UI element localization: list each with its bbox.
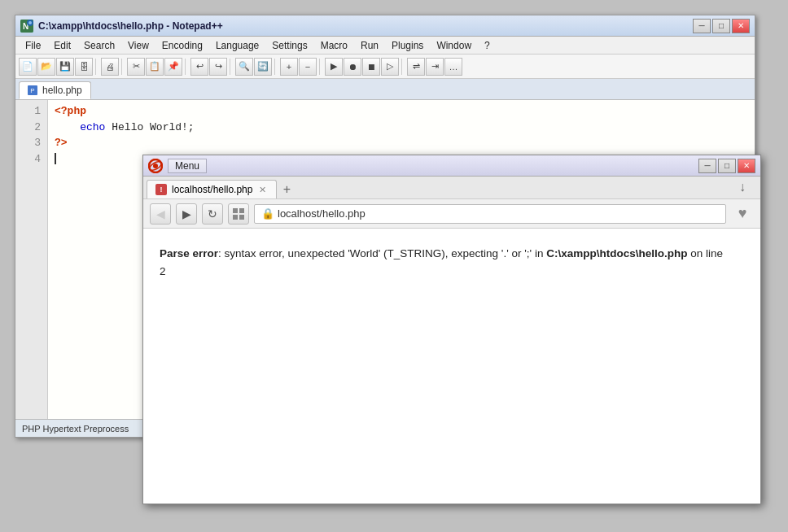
tb-undo[interactable]: ↩ bbox=[190, 58, 208, 76]
npp-close-btn[interactable]: ✕ bbox=[732, 19, 750, 33]
tb-stop[interactable]: ⏹ bbox=[362, 58, 380, 76]
tb-record[interactable]: ⏺ bbox=[344, 58, 361, 76]
svg-rect-7 bbox=[233, 208, 238, 213]
svg-point-3 bbox=[28, 21, 32, 24]
code-line-2: echo Hello World!; bbox=[55, 120, 748, 136]
tb-saveall[interactable]: 🗄 bbox=[75, 58, 93, 76]
npp-window-controls: ─ □ ✕ bbox=[693, 19, 750, 33]
tb-macro[interactable]: ▶ bbox=[325, 58, 343, 76]
tb-sep5 bbox=[274, 59, 278, 75]
menu-plugins[interactable]: Plugins bbox=[385, 38, 430, 53]
svg-rect-10 bbox=[239, 215, 244, 220]
php-echo-keyword: echo bbox=[80, 121, 105, 133]
tb-sep6 bbox=[319, 59, 322, 75]
line-numbers: 1 2 3 4 bbox=[15, 100, 48, 419]
tb-replace[interactable]: 🔄 bbox=[254, 58, 272, 76]
npp-tab-hello[interactable]: P hello.php bbox=[19, 81, 91, 99]
tb-wordwrap[interactable]: ⇌ bbox=[407, 58, 425, 76]
tb-sep4 bbox=[230, 59, 233, 75]
menu-help[interactable]: ? bbox=[478, 38, 497, 53]
browser-tab-close[interactable]: ✕ bbox=[257, 185, 268, 195]
browser-win-controls: ─ □ ✕ bbox=[698, 159, 755, 173]
tb-more[interactable]: … bbox=[444, 58, 462, 76]
menu-encoding[interactable]: Encoding bbox=[155, 38, 209, 53]
npp-tab-label: hello.php bbox=[42, 85, 82, 96]
tb-zoomout[interactable]: − bbox=[299, 58, 317, 76]
address-icon: 🔒 bbox=[261, 207, 274, 220]
tb-new[interactable]: 📄 bbox=[19, 58, 37, 76]
browser-close-btn[interactable]: ✕ bbox=[738, 159, 755, 173]
tb-find[interactable]: 🔍 bbox=[235, 58, 253, 76]
code-line-3: ?> bbox=[55, 135, 748, 151]
tab-file-icon: P bbox=[28, 85, 37, 95]
browser-content: Parse error: syntax error, unexpected 'W… bbox=[143, 229, 760, 504]
error-on-line: on line bbox=[690, 247, 723, 259]
npp-title: C:\xampp\htdocs\hello.php - Notepad++ bbox=[38, 20, 693, 32]
error-type: Parse error bbox=[160, 247, 218, 259]
npp-statusbar-text: PHP Hypertext Preprocess bbox=[22, 424, 129, 434]
browser-tab-label: localhost/hello.php bbox=[172, 184, 252, 195]
svg-rect-8 bbox=[239, 208, 244, 213]
browser-titlebar: Menu ─ □ ✕ bbox=[143, 155, 760, 177]
menu-language[interactable]: Language bbox=[209, 38, 265, 53]
svg-rect-9 bbox=[233, 215, 238, 220]
menu-file[interactable]: File bbox=[19, 38, 47, 53]
tb-sep7 bbox=[401, 59, 405, 75]
error-colon: : bbox=[218, 247, 225, 259]
text-cursor bbox=[55, 153, 56, 164]
svg-point-6 bbox=[153, 164, 158, 168]
grid-btn[interactable] bbox=[228, 203, 249, 225]
browser-maximize-btn[interactable]: □ bbox=[718, 159, 736, 173]
tb-copy[interactable]: 📋 bbox=[146, 58, 164, 76]
browser-app-icon bbox=[148, 159, 163, 173]
npp-maximize-btn[interactable]: □ bbox=[712, 19, 730, 33]
browser-tabbar: ! localhost/hello.php ✕ + ↓ bbox=[143, 177, 760, 199]
menu-search[interactable]: Search bbox=[77, 38, 121, 53]
tb-save[interactable]: 💾 bbox=[56, 58, 74, 76]
browser-tab-favicon: ! bbox=[155, 184, 167, 195]
error-message: Parse error: syntax error, unexpected 'W… bbox=[160, 245, 744, 280]
code-line-1: <?php bbox=[55, 103, 748, 120]
tb-indent[interactable]: ⇥ bbox=[426, 58, 444, 76]
php-close-tag: ?> bbox=[55, 137, 68, 149]
browser-window: Menu ─ □ ✕ ! localhost/hello.php ✕ + ↓ ◀… bbox=[142, 155, 761, 504]
refresh-btn[interactable]: ↻ bbox=[202, 203, 223, 225]
forward-btn[interactable]: ▶ bbox=[176, 203, 197, 225]
favorite-btn[interactable]: ♥ bbox=[731, 203, 754, 225]
browser-minimize-btn[interactable]: ─ bbox=[698, 159, 716, 173]
browser-navbar: ◀ ▶ ↻ 🔒 localhost/hello.php ♥ bbox=[143, 199, 760, 229]
npp-titlebar: N C:\xampp\htdocs\hello.php - Notepad++ … bbox=[15, 15, 755, 37]
menu-view[interactable]: View bbox=[121, 38, 155, 53]
php-echo-value: Hello World!; bbox=[112, 121, 194, 133]
tb-zoomin[interactable]: + bbox=[280, 58, 298, 76]
tb-play[interactable]: ▷ bbox=[381, 58, 399, 76]
menu-window[interactable]: Window bbox=[430, 38, 478, 53]
error-line-number: 2 bbox=[160, 265, 166, 277]
new-tab-button[interactable]: + bbox=[277, 181, 296, 198]
tb-redo[interactable]: ↪ bbox=[209, 58, 227, 76]
tb-sep3 bbox=[185, 59, 188, 75]
npp-app-icon: N bbox=[20, 20, 33, 33]
address-bar[interactable]: 🔒 localhost/hello.php bbox=[254, 204, 726, 224]
browser-menu-btn[interactable]: Menu bbox=[168, 159, 207, 173]
back-btn[interactable]: ◀ bbox=[150, 203, 171, 225]
tb-open[interactable]: 📂 bbox=[37, 58, 55, 76]
tb-sep1 bbox=[95, 59, 98, 75]
npp-minimize-btn[interactable]: ─ bbox=[693, 19, 711, 33]
menu-macro[interactable]: Macro bbox=[314, 38, 354, 53]
tb-print[interactable]: 🖨 bbox=[101, 58, 119, 76]
menu-run[interactable]: Run bbox=[354, 38, 385, 53]
npp-tabbar: P hello.php bbox=[15, 79, 755, 100]
menu-settings[interactable]: Settings bbox=[265, 38, 313, 53]
address-text: localhost/hello.php bbox=[278, 207, 366, 220]
tb-sep2 bbox=[121, 59, 125, 75]
npp-menubar: File Edit Search View Encoding Language … bbox=[15, 37, 755, 55]
browser-tab-main[interactable]: ! localhost/hello.php ✕ bbox=[147, 180, 277, 198]
error-description: syntax error, unexpected 'World' (T_STRI… bbox=[225, 247, 544, 259]
npp-toolbar: 📄 📂 💾 🗄 🖨 ✂ 📋 📌 ↩ ↪ 🔍 🔄 + − ▶ ⏺ ⏹ ▷ ⇌ ⇥ … bbox=[15, 55, 755, 79]
tb-paste[interactable]: 📌 bbox=[164, 58, 182, 76]
php-open-tag: <?php bbox=[55, 105, 86, 117]
menu-edit[interactable]: Edit bbox=[47, 38, 77, 53]
download-btn[interactable]: ↓ bbox=[731, 176, 754, 198]
tb-cut[interactable]: ✂ bbox=[127, 58, 145, 76]
